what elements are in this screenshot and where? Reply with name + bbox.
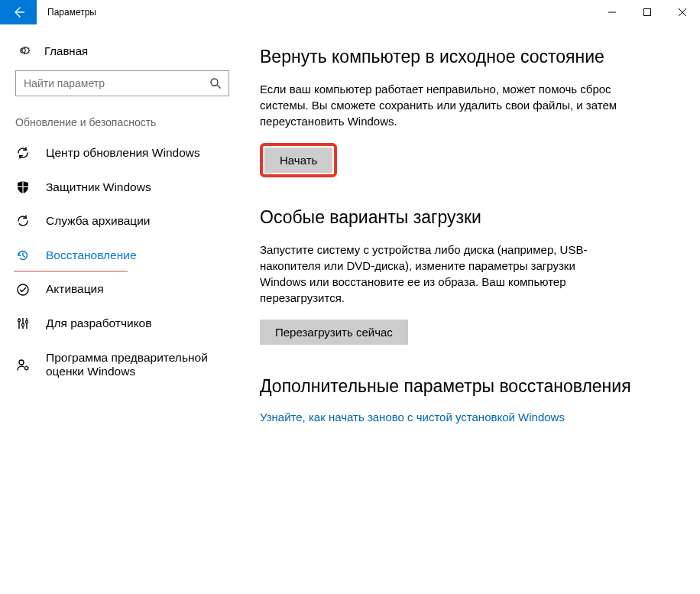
titlebar: Параметры xyxy=(0,0,700,24)
sidebar-item-activation[interactable]: Активация xyxy=(6,272,238,307)
sidebar-home[interactable]: Главная xyxy=(6,35,238,66)
search-input[interactable] xyxy=(16,77,203,89)
window-controls xyxy=(595,0,700,24)
fresh-start-link[interactable]: Узнайте, как начать заново с чистой уста… xyxy=(260,411,565,424)
more-recovery-heading: Дополнительные параметры восстановления xyxy=(260,375,674,398)
sidebar-item-label: Служба архивации xyxy=(46,214,151,229)
sidebar: Главная Обновление и безопасность Центр … xyxy=(0,24,245,594)
back-button[interactable] xyxy=(0,0,37,24)
svg-point-3 xyxy=(18,320,20,322)
svg-point-6 xyxy=(19,360,24,365)
shield-icon xyxy=(15,180,31,194)
advanced-startup-body: Запустите систему с устройства либо диск… xyxy=(260,242,619,306)
sidebar-item-label: Активация xyxy=(46,282,104,297)
sidebar-item-recovery[interactable]: Восстановление xyxy=(6,239,238,273)
svg-point-7 xyxy=(25,367,28,370)
restart-now-button[interactable]: Перезагрузить сейчас xyxy=(260,320,408,345)
sidebar-item-backup[interactable]: Служба архивации xyxy=(6,204,238,239)
main-content: Вернуть компьютер в исходное состояние Е… xyxy=(245,24,700,594)
search-box[interactable] xyxy=(15,70,229,96)
svg-point-1 xyxy=(211,79,218,86)
svg-point-5 xyxy=(25,321,28,323)
close-button[interactable] xyxy=(665,0,700,24)
maximize-icon xyxy=(643,8,651,16)
history-icon xyxy=(15,248,31,262)
reset-heading: Вернуть компьютер в исходное состояние xyxy=(260,46,674,69)
window-title: Параметры xyxy=(37,7,595,18)
sliders-icon xyxy=(15,316,31,330)
person-cog-icon xyxy=(15,358,31,372)
close-icon xyxy=(679,8,686,16)
gear-icon xyxy=(15,43,31,58)
sidebar-item-label: Центр обновления Windows xyxy=(46,146,200,161)
sidebar-home-label: Главная xyxy=(44,44,88,57)
sync-icon xyxy=(15,146,31,160)
advanced-startup-heading: Особые варианты загрузки xyxy=(260,206,674,229)
sidebar-item-defender[interactable]: Защитник Windows xyxy=(6,170,238,205)
reset-start-button[interactable]: Начать xyxy=(264,148,332,173)
svg-rect-0 xyxy=(644,9,651,16)
svg-point-4 xyxy=(21,324,24,326)
minimize-button[interactable] xyxy=(595,0,630,24)
reset-button-highlight: Начать xyxy=(260,143,337,177)
sidebar-item-label: Для разработчиков xyxy=(46,316,151,331)
arrow-left-icon xyxy=(12,6,24,18)
svg-point-2 xyxy=(18,284,28,295)
search-icon[interactable] xyxy=(203,77,228,89)
sidebar-item-windows-update[interactable]: Центр обновления Windows xyxy=(6,136,238,170)
sidebar-item-label: Защитник Windows xyxy=(46,180,151,195)
check-circle-icon xyxy=(15,283,31,297)
sidebar-group-header: Обновление и безопасность xyxy=(6,104,238,136)
sidebar-item-label: Программа предварительной оценки Windows xyxy=(46,351,229,379)
sidebar-item-label: Восстановление xyxy=(46,248,137,263)
minimize-icon xyxy=(608,8,616,16)
backup-icon xyxy=(15,214,31,228)
maximize-button[interactable] xyxy=(630,0,665,24)
sidebar-item-developers[interactable]: Для разработчиков xyxy=(6,307,238,341)
reset-body: Если ваш компьютер работает неправильно,… xyxy=(260,81,619,129)
sidebar-item-insider[interactable]: Программа предварительной оценки Windows xyxy=(6,341,238,389)
